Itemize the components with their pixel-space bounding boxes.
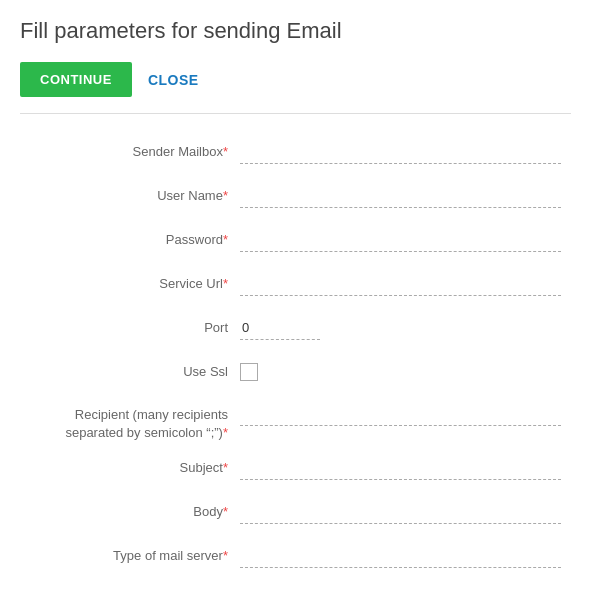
page-container: Fill parameters for sending Email CONTIN… (0, 0, 591, 602)
required-star: * (223, 504, 228, 519)
sender-mailbox-row: Sender Mailbox* (30, 134, 561, 170)
required-star: * (223, 548, 228, 563)
mail-server-type-row: Type of mail server* (30, 538, 561, 574)
toolbar: CONTINUE CLOSE (20, 62, 571, 97)
required-star: * (223, 460, 228, 475)
password-row: Password* (30, 222, 561, 258)
sender-mailbox-label: Sender Mailbox* (30, 143, 240, 161)
sender-mailbox-input[interactable] (240, 140, 561, 164)
recipient-row: Recipient (many recipients separated by … (30, 398, 561, 442)
close-button[interactable]: CLOSE (148, 72, 199, 88)
user-name-row: User Name* (30, 178, 561, 214)
user-name-label: User Name* (30, 187, 240, 205)
body-input[interactable] (240, 500, 561, 524)
password-input[interactable] (240, 228, 561, 252)
password-label: Password* (30, 231, 240, 249)
body-label: Body* (30, 503, 240, 521)
required-star: * (223, 144, 228, 159)
port-label: Port (30, 319, 240, 337)
service-url-row: Service Url* (30, 266, 561, 302)
form-container: Sender Mailbox* User Name* Password* Ser… (20, 134, 571, 574)
required-star: * (223, 425, 228, 440)
required-star: * (223, 232, 228, 247)
recipient-label: Recipient (many recipients separated by … (30, 402, 240, 442)
divider (20, 113, 571, 114)
recipient-input[interactable] (240, 402, 561, 426)
required-star: * (223, 276, 228, 291)
subject-row: Subject* (30, 450, 561, 486)
required-star: * (223, 188, 228, 203)
user-name-input[interactable] (240, 184, 561, 208)
ssl-row: Use Ssl (30, 354, 561, 390)
continue-button[interactable]: CONTINUE (20, 62, 132, 97)
page-title: Fill parameters for sending Email (20, 18, 571, 44)
ssl-label: Use Ssl (30, 363, 240, 381)
ssl-checkbox[interactable] (240, 363, 258, 381)
body-row: Body* (30, 494, 561, 530)
service-url-label: Service Url* (30, 275, 240, 293)
mail-server-type-input[interactable] (240, 544, 561, 568)
subject-label: Subject* (30, 459, 240, 477)
service-url-input[interactable] (240, 272, 561, 296)
port-row: Port (30, 310, 561, 346)
mail-server-type-label: Type of mail server* (30, 547, 240, 565)
subject-input[interactable] (240, 456, 561, 480)
port-input[interactable] (240, 316, 320, 340)
